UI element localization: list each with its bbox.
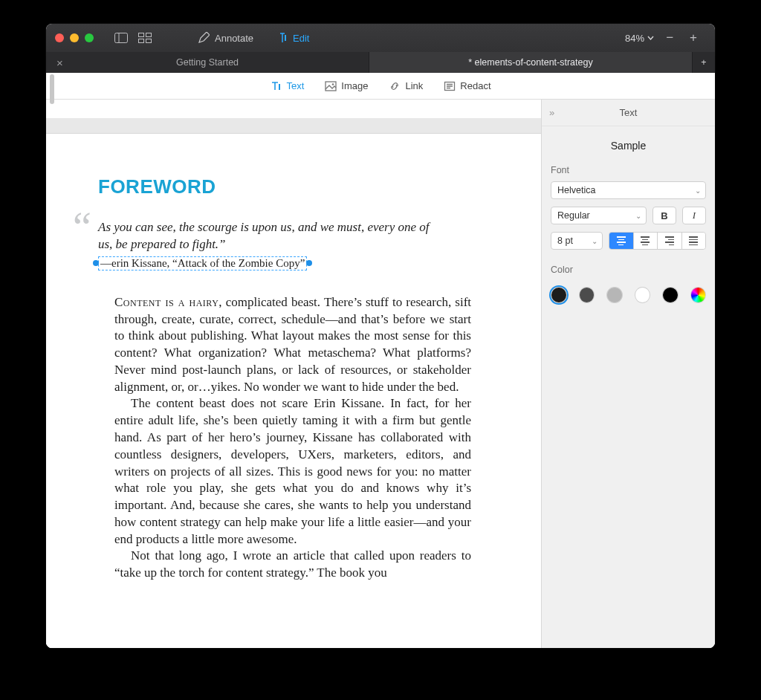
align-justify-icon bbox=[689, 236, 698, 245]
zoom-dropdown[interactable]: 84% bbox=[625, 33, 654, 44]
document-viewport: FOREWORD “ As you can see, the scourge i… bbox=[46, 100, 541, 648]
main-split: FOREWORD “ As you can see, the scourge i… bbox=[46, 100, 715, 648]
zoom-out-button[interactable]: − bbox=[661, 30, 678, 45]
align-center-icon bbox=[641, 236, 650, 245]
tool-redact-label: Redact bbox=[460, 80, 490, 91]
fullscreen-window-button[interactable] bbox=[85, 33, 94, 42]
svg-rect-2 bbox=[139, 33, 144, 37]
tab-label: Getting Started bbox=[176, 57, 239, 68]
attribution-dash: — bbox=[100, 257, 111, 269]
para2: The content beast does not scare Erin Ki… bbox=[114, 395, 471, 548]
annotate-label: Annotate bbox=[215, 33, 253, 44]
font-style-value: Regular bbox=[557, 210, 590, 221]
tab-bar: × Getting Started * elements-of-content-… bbox=[46, 52, 715, 73]
tab-getting-started[interactable]: × Getting Started bbox=[46, 52, 369, 73]
inspector-title: Text bbox=[620, 107, 638, 118]
text-align-segmented bbox=[609, 232, 706, 250]
tool-link-label: Link bbox=[405, 80, 423, 91]
epigraph: “ As you can see, the scourge is upon us… bbox=[98, 219, 502, 270]
svg-point-9 bbox=[332, 83, 334, 85]
body-text[interactable]: Content is a hairy, complicated beast. T… bbox=[114, 294, 471, 582]
window-controls bbox=[52, 33, 98, 42]
zoom-in-button[interactable]: + bbox=[685, 30, 702, 45]
color-swatches bbox=[542, 281, 715, 303]
italic-button[interactable]: I bbox=[682, 207, 706, 224]
edit-label: Edit bbox=[293, 33, 309, 44]
chevron-down-icon: ⌄ bbox=[695, 187, 701, 195]
zoom-value: 84% bbox=[625, 33, 644, 44]
tool-text[interactable]: Text bbox=[270, 80, 304, 92]
heading-foreword: FOREWORD bbox=[98, 175, 502, 198]
para1-rest: , complicated beast. There’s stuff to re… bbox=[114, 295, 471, 394]
tool-redact[interactable]: Redact bbox=[444, 80, 490, 92]
svg-rect-3 bbox=[146, 33, 152, 37]
bold-button[interactable]: B bbox=[652, 207, 676, 224]
font-family-select[interactable]: Helvetica ⌄ bbox=[551, 181, 706, 199]
align-left-icon bbox=[617, 236, 626, 245]
inspector-panel: » Text Sample Font Helvetica ⌄ Regular ⌄… bbox=[541, 100, 715, 648]
quote-mark-icon: “ bbox=[73, 216, 91, 237]
close-tab-icon[interactable]: × bbox=[56, 56, 63, 69]
align-left-button[interactable] bbox=[609, 233, 633, 249]
attribution-sep: , bbox=[167, 257, 173, 269]
color-swatch-darkest[interactable] bbox=[551, 287, 567, 303]
tool-text-label: Text bbox=[286, 80, 304, 91]
chevron-down-icon: ⌄ bbox=[635, 212, 641, 220]
para1-lead: Content is a hairy bbox=[114, 295, 218, 309]
thumbnails-icon[interactable] bbox=[138, 33, 152, 43]
close-window-button[interactable] bbox=[55, 33, 64, 42]
edit-mode-button[interactable]: Edit bbox=[277, 32, 309, 44]
color-swatch-light-gray[interactable] bbox=[606, 287, 623, 303]
align-center-button[interactable] bbox=[633, 233, 658, 249]
quote-line-2[interactable]: us, be prepared to fight.” bbox=[98, 236, 502, 253]
align-right-button[interactable] bbox=[657, 233, 681, 249]
align-justify-button[interactable] bbox=[681, 233, 706, 249]
titlebar: Annotate Edit 84% − + bbox=[46, 24, 715, 52]
align-right-icon bbox=[665, 236, 674, 245]
attribution-name: erin Kissane bbox=[111, 257, 167, 269]
tab-label: * elements-of-content-strategy bbox=[468, 57, 592, 68]
tool-link[interactable]: Link bbox=[389, 80, 423, 92]
quote-line-1[interactable]: As you can see, the scourge is upon us, … bbox=[98, 219, 502, 236]
svg-rect-0 bbox=[115, 33, 128, 43]
color-section-label: Color bbox=[542, 257, 715, 281]
font-sample: Sample bbox=[542, 126, 715, 165]
color-swatch-black[interactable] bbox=[662, 287, 679, 303]
ruler-bar bbox=[46, 100, 541, 119]
page-scrollbar[interactable] bbox=[46, 73, 58, 99]
annotate-mode-button[interactable]: Annotate bbox=[198, 32, 253, 44]
color-picker-button[interactable] bbox=[690, 287, 707, 303]
para3: Not that long ago, I wrote an article th… bbox=[114, 548, 471, 582]
chevron-down-icon: ⌄ bbox=[592, 237, 598, 245]
collapse-inspector-icon[interactable]: » bbox=[549, 107, 554, 118]
page-gap bbox=[46, 119, 541, 134]
document-page[interactable]: FOREWORD “ As you can see, the scourge i… bbox=[46, 134, 541, 648]
edit-toolbar: Text Image Link Redact bbox=[46, 73, 715, 100]
tab-elements-of-content-strategy[interactable]: * elements-of-content-strategy bbox=[369, 52, 693, 73]
text-selection-box[interactable]: —erin Kissane, “Attack of the Zombie Cop… bbox=[98, 256, 307, 270]
app-window: Annotate Edit 84% − + × Getting Started … bbox=[46, 24, 715, 648]
color-swatch-white[interactable] bbox=[635, 287, 651, 303]
tool-image-label: Image bbox=[341, 80, 368, 91]
font-family-value: Helvetica bbox=[557, 185, 595, 195]
inspector-header: » Text bbox=[542, 100, 715, 126]
svg-rect-5 bbox=[146, 39, 152, 43]
color-swatch-dark-gray[interactable] bbox=[579, 287, 595, 303]
sidebar-toggle-icon[interactable] bbox=[114, 33, 128, 43]
font-style-select[interactable]: Regular ⌄ bbox=[551, 207, 647, 224]
minimize-window-button[interactable] bbox=[70, 33, 79, 42]
chevron-down-icon bbox=[647, 36, 654, 40]
attribution-title: “Attack of the Zombie Copy” bbox=[172, 257, 305, 269]
new-tab-button[interactable]: + bbox=[693, 52, 715, 73]
tool-image[interactable]: Image bbox=[325, 80, 368, 92]
font-size-value: 8 pt bbox=[557, 236, 573, 246]
font-size-select[interactable]: 8 pt ⌄ bbox=[551, 232, 603, 250]
font-section-label: Font bbox=[542, 165, 715, 181]
svg-rect-4 bbox=[139, 39, 144, 43]
